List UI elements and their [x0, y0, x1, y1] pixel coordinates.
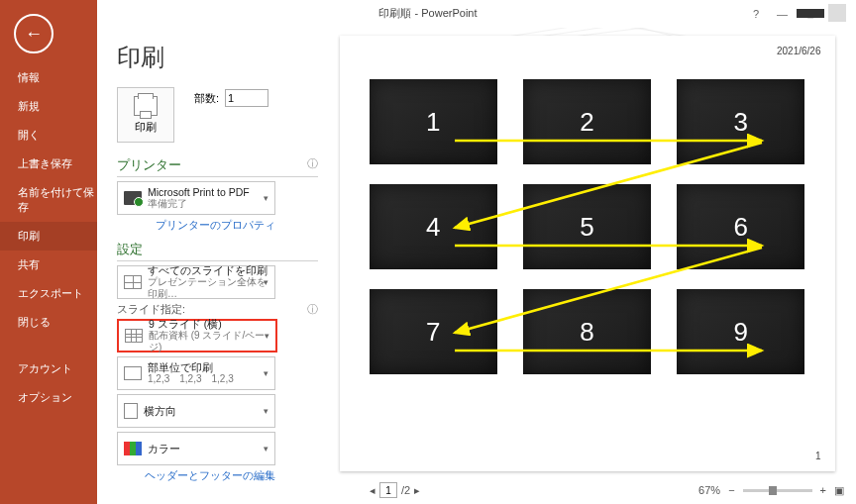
nav-share[interactable]: 共有	[0, 251, 97, 279]
printer-dropdown[interactable]: Microsoft Print to PDF準備完了 ▾	[117, 181, 275, 215]
account-chip[interactable]	[797, 4, 846, 22]
slide-thumb: 5	[523, 184, 651, 269]
nav-saveas[interactable]: 名前を付けて保存	[0, 178, 97, 222]
nav-print[interactable]: 印刷	[0, 222, 97, 251]
header-footer-link[interactable]: ヘッダーとフッターの編集	[117, 469, 275, 483]
preview-page: 2021/6/26 1 1 2 3 4 5 6 7 8 9	[340, 36, 835, 471]
chevron-down-icon: ▾	[265, 331, 269, 341]
slide-thumb: 8	[523, 289, 651, 374]
print-button-label: 印刷	[135, 120, 157, 135]
minimize-icon[interactable]: —	[777, 8, 788, 20]
chevron-down-icon: ▾	[264, 193, 268, 203]
page-title: 印刷	[117, 42, 318, 73]
nav-save[interactable]: 上書き保存	[0, 150, 97, 178]
info-icon[interactable]: ⓘ	[307, 156, 318, 171]
fit-page-button[interactable]: ▣	[834, 484, 844, 497]
info-icon[interactable]: ⓘ	[307, 303, 318, 317]
print-button[interactable]: 印刷	[117, 87, 174, 143]
page-total: /2	[401, 484, 410, 496]
collate-icon	[124, 366, 142, 380]
orientation-dropdown[interactable]: 横方向 ▾	[117, 394, 275, 428]
zoom-in-button[interactable]: +	[820, 484, 826, 496]
copies-label: 部数:	[194, 91, 219, 106]
chevron-down-icon: ▾	[264, 406, 268, 416]
nav-close[interactable]: 閉じる	[0, 308, 97, 337]
nav-export[interactable]: エクスポート	[0, 279, 97, 308]
chevron-down-icon: ▾	[264, 277, 268, 287]
slides-icon	[124, 275, 142, 289]
zoom-slider[interactable]	[743, 489, 812, 492]
scope-dropdown[interactable]: すべてのスライドを印刷プレゼンテーション全体を印刷… ▾	[117, 265, 275, 299]
zoom-level: 67%	[698, 484, 720, 496]
color-dropdown[interactable]: カラー ▾	[117, 432, 275, 465]
printer-header: プリンターⓘ	[117, 156, 318, 177]
slide-thumb: 1	[370, 79, 497, 164]
preview-page-number: 1	[815, 451, 821, 461]
settings-header: 設定	[117, 241, 318, 261]
nav-options[interactable]: オプション	[0, 383, 97, 412]
slide-range-label: スライド指定:	[117, 303, 185, 315]
help-icon[interactable]: ?	[753, 8, 759, 20]
preview-date: 2021/6/26	[777, 46, 821, 56]
chevron-down-icon: ▾	[264, 368, 268, 378]
nav-open[interactable]: 開く	[0, 121, 97, 150]
color-icon	[124, 442, 142, 455]
nav-info[interactable]: 情報	[0, 63, 97, 92]
prev-page-button[interactable]: ◂	[370, 484, 375, 497]
window-title: 印刷順 - PowerPoint	[378, 6, 477, 21]
page-input[interactable]	[379, 482, 397, 498]
printer-icon	[134, 96, 158, 116]
slide-thumb: 9	[677, 289, 804, 374]
copies-input[interactable]	[225, 89, 268, 107]
collate-dropdown[interactable]: 部単位で印刷1,2,3 1,2,3 1,2,3 ▾	[117, 356, 275, 390]
nav-new[interactable]: 新規	[0, 92, 97, 121]
printer-status-icon	[124, 191, 142, 205]
layout-dropdown[interactable]: 9 スライド (横)配布資料 (9 スライド/ページ) ▾	[117, 319, 277, 353]
slide-thumb: 4	[370, 184, 497, 269]
nav-account[interactable]: アカウント	[0, 354, 97, 383]
slide-thumb: 6	[677, 184, 804, 269]
handout-9-icon	[125, 329, 143, 343]
slide-thumb: 2	[523, 79, 651, 164]
printer-properties-link[interactable]: プリンターのプロパティ	[117, 219, 275, 233]
slide-thumb: 7	[370, 289, 497, 374]
orientation-icon	[124, 403, 138, 419]
back-button[interactable]: ←	[14, 14, 54, 53]
zoom-out-button[interactable]: −	[728, 484, 734, 496]
chevron-down-icon: ▾	[264, 444, 268, 454]
next-page-button[interactable]: ▸	[414, 484, 420, 497]
slide-thumb: 3	[677, 79, 804, 164]
